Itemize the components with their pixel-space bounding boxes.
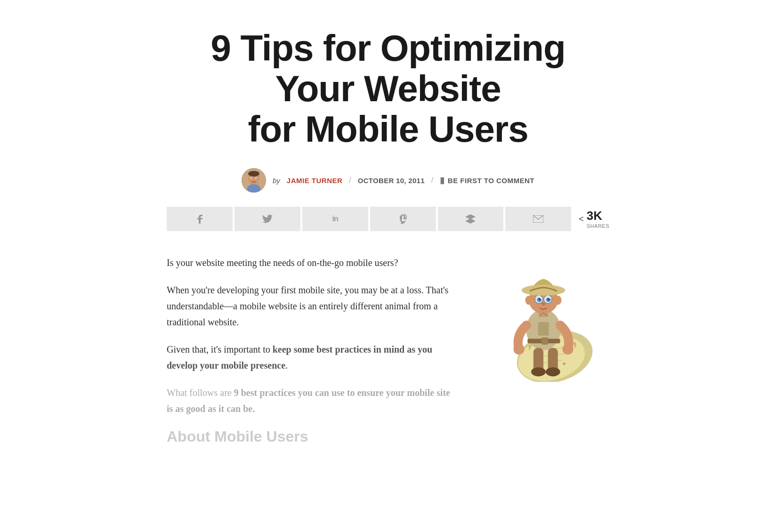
author-name[interactable]: JAMIE TURNER (287, 177, 343, 185)
svg-point-30 (549, 298, 550, 299)
comment-cta-label: BE FIRST TO COMMENT (448, 177, 534, 185)
paragraph-1: Is your website meeting the needs of on-… (167, 255, 459, 271)
author-avatar (242, 168, 266, 193)
article-text: Is your website meeting the needs of on-… (167, 255, 459, 445)
svg-point-39 (562, 344, 573, 355)
explorer-character-svg: ✕ ✦ (482, 259, 605, 382)
svg-point-29 (540, 298, 542, 299)
share-bar: in < 3K SHARES (167, 207, 609, 231)
meta-divider-2: / (431, 176, 433, 185)
paragraph-2: When you're developing your first mobile… (167, 282, 459, 330)
section-heading: About Mobile Users (167, 428, 459, 445)
svg-point-37 (522, 285, 565, 296)
svg-point-43 (546, 368, 560, 377)
linkedin-icon: in (332, 215, 338, 223)
comment-link[interactable]: ▮ BE FIRST TO COMMENT (440, 175, 534, 185)
svg-rect-19 (542, 338, 548, 345)
avatar-svg (242, 168, 266, 193)
facebook-icon (195, 214, 204, 224)
twitter-share-button[interactable] (234, 207, 300, 231)
paragraph-3: Given that, it's important to keep some … (167, 341, 459, 373)
twitter-icon (262, 215, 273, 223)
pinterest-icon (399, 214, 407, 224)
svg-point-42 (531, 368, 546, 377)
email-icon (533, 215, 543, 223)
article-illustration: ✕ ✦ (477, 255, 609, 382)
p3-suffix: . (285, 360, 288, 371)
share-count-container: < 3K SHARES (579, 209, 609, 229)
meta-divider-1: / (349, 176, 351, 185)
buffer-icon (465, 214, 476, 224)
share-label: SHARES (587, 223, 609, 229)
svg-point-38 (513, 344, 524, 355)
facebook-share-button[interactable] (167, 207, 233, 231)
share-icon: < (579, 214, 584, 224)
linkedin-share-button[interactable]: in (302, 207, 368, 231)
share-number-group: 3K SHARES (587, 209, 609, 229)
svg-point-6 (251, 178, 252, 179)
article-body: Is your website meeting the needs of on-… (167, 255, 609, 445)
pinterest-share-button[interactable] (370, 207, 436, 231)
title-line2: for Mobile Users (248, 108, 528, 150)
publish-date: OCTOBER 10, 2011 (358, 177, 425, 185)
page-wrapper: 9 Tips for Optimizing Your Website for M… (129, 0, 647, 474)
article-title: 9 Tips for Optimizing Your Website for M… (167, 28, 609, 149)
email-share-button[interactable] (505, 207, 571, 231)
author-by-label: by (273, 177, 280, 185)
svg-text:✦: ✦ (562, 362, 566, 367)
svg-rect-17 (538, 322, 549, 336)
svg-point-35 (554, 296, 561, 305)
author-meta: by JAMIE TURNER / OCTOBER 10, 2011 / ▮ B… (167, 168, 609, 193)
p3-prefix: Given that, it's important to (167, 344, 273, 355)
svg-point-34 (525, 296, 532, 305)
comment-icon: ▮ (440, 175, 445, 185)
svg-point-33 (542, 303, 545, 306)
title-line1: 9 Tips for Optimizing Your Website (210, 27, 565, 109)
svg-point-7 (256, 178, 257, 179)
svg-point-3 (248, 171, 259, 177)
paragraph-4: What follows are 9 best practices you ca… (167, 385, 459, 417)
share-number: 3K (587, 209, 609, 223)
buffer-share-button[interactable] (438, 207, 504, 231)
p4-prefix: What follows are (167, 387, 234, 398)
